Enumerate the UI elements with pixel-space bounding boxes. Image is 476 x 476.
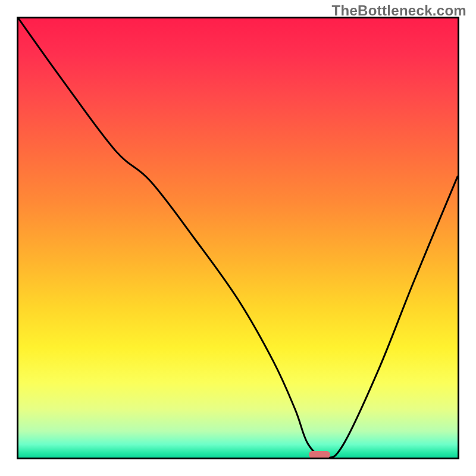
curve-svg xyxy=(18,18,458,458)
optimum-marker xyxy=(309,451,330,458)
bottleneck-curve-path xyxy=(18,18,458,458)
bottleneck-chart: TheBottleneck.com xyxy=(0,0,476,476)
watermark-text: TheBottleneck.com xyxy=(332,2,466,19)
plot-area xyxy=(17,17,459,459)
